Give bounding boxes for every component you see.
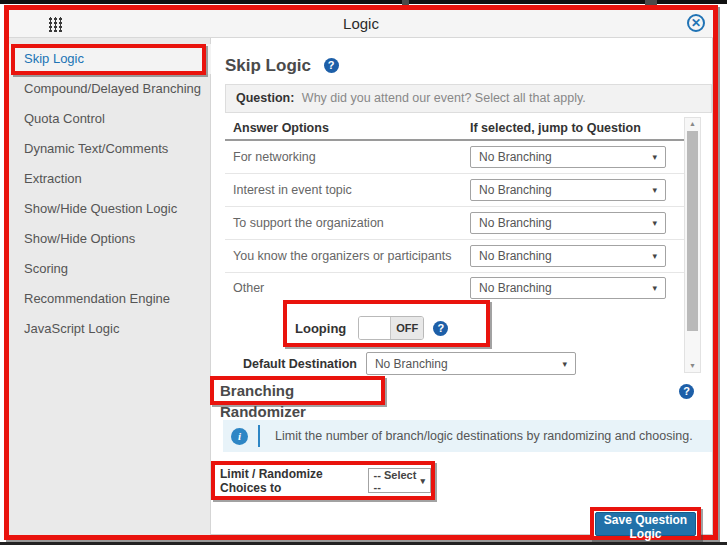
table-row: Interest in event topic No Branching ▾ [225,174,684,207]
sidebar-item-recommendation-engine[interactable]: Recommendation Engine [9,284,211,314]
scroll-up-icon[interactable]: ▲ [685,118,700,130]
scrollbar-thumb[interactable] [687,131,698,331]
dropdown-value: No Branching [479,249,552,263]
answer-option-label: For networking [225,150,470,164]
toggle-knob [359,317,391,339]
column-header-jump-to-question: If selected, jump to Question [470,121,684,135]
question-label: Question: [236,91,294,105]
looping-row: Looping OFF ? [295,313,448,343]
sidebar-list: Skip Logic Compound/Delayed Branching Qu… [9,44,211,344]
table-row: To support the organization No Branching… [225,207,684,240]
question-text: Why did you attend our event? Select all… [302,91,586,105]
chevron-down-icon: ▾ [652,251,657,261]
sidebar-item-show-hide-options[interactable]: Show/Hide Options [9,224,211,254]
table-header-row: Answer Options If selected, jump to Ques… [225,117,684,141]
help-icon[interactable]: ? [433,321,448,336]
background-page-strip [0,0,727,4]
dropdown-value: No Branching [479,150,552,164]
jump-to-question-dropdown[interactable]: No Branching ▾ [470,146,666,168]
table-row: You know the organizers or participants … [225,240,684,273]
info-bar: i Limit the number of branch/logic desti… [223,420,712,452]
annotation-box-save: Save Question Logic [590,507,701,540]
chevron-down-icon: ▾ [652,218,657,228]
chevron-down-icon: ▾ [652,152,657,162]
chevron-down-icon: ▾ [562,359,567,369]
answer-option-label: To support the organization [225,216,470,230]
section-title: Skip Logic ? [225,56,339,76]
sidebar-item-show-hide-question-logic[interactable]: Show/Hide Question Logic [9,194,211,224]
sidebar-item-quota-control[interactable]: Quota Control [9,104,211,134]
select-value: -- Select -- [374,469,421,493]
sidebar-item-dynamic-text-comments[interactable]: Dynamic Text/Comments [9,134,211,164]
chevron-down-icon: ▾ [652,185,657,195]
vertical-scrollbar[interactable]: ▲ ▼ [684,117,701,373]
info-text: Limit the number of branch/logic destina… [275,429,693,443]
logic-sidebar: Skip Logic Compound/Delayed Branching Qu… [9,38,211,535]
branching-table: Answer Options If selected, jump to Ques… [225,117,684,303]
default-destination-label: Default Destination [243,357,357,371]
sidebar-item-skip-logic[interactable]: Skip Logic [9,44,211,74]
looping-label: Looping [295,321,346,336]
sidebar-item-extraction[interactable]: Extraction [9,164,211,194]
dialog-title: Logic [9,10,713,38]
dropdown-value: No Branching [479,183,552,197]
dropdown-value: No Branching [479,281,552,295]
jump-to-question-dropdown[interactable]: No Branching ▾ [470,277,666,299]
chevron-down-icon: ▾ [420,476,425,486]
default-destination-row: Default Destination No Branching ▾ [243,352,576,375]
dialog-header: Logic ✕ [9,10,713,38]
default-destination-dropdown[interactable]: No Branching ▾ [366,352,576,375]
info-divider [258,425,260,447]
section-title-text: Skip Logic [225,56,311,75]
sidebar-item-scoring[interactable]: Scoring [9,254,211,284]
sidebar-item-compound-delayed-branching[interactable]: Compound/Delayed Branching [9,74,211,104]
table-row: For networking No Branching ▾ [225,141,684,174]
table-row: Other No Branching ▾ [225,273,684,303]
save-question-logic-button[interactable]: Save Question Logic [595,512,696,536]
close-icon[interactable]: ✕ [687,14,705,32]
limit-randomize-label: Limit / Randomize Choices to [220,467,364,495]
dropdown-value: No Branching [375,357,448,371]
logic-dialog-body: Logic ✕ Skip Logic Compound/Delayed Bran… [9,10,713,535]
logic-dialog: Logic ✕ Skip Logic Compound/Delayed Bran… [4,5,718,540]
branching-randomizer-title: Branching Randomizer [210,376,385,405]
help-icon[interactable]: ? [324,58,339,73]
jump-to-question-dropdown[interactable]: No Branching ▾ [470,179,666,201]
sidebar-item-javascript-logic[interactable]: JavaScript Logic [9,314,211,344]
answer-option-label: You know the organizers or participants [225,249,470,263]
answer-option-label: Interest in event topic [225,183,470,197]
help-icon[interactable]: ? [679,384,694,399]
jump-to-question-dropdown[interactable]: No Branching ▾ [470,245,666,267]
jump-to-question-dropdown[interactable]: No Branching ▾ [470,212,666,234]
dropdown-value: No Branching [479,216,552,230]
question-summary-bar: Question: Why did you attend our event? … [225,84,712,113]
scroll-down-icon[interactable]: ▼ [685,360,700,372]
limit-randomize-select[interactable]: -- Select -- ▾ [368,468,431,493]
column-header-answer-options: Answer Options [225,121,470,135]
limit-randomize-row: Limit / Randomize Choices to -- Select -… [211,461,435,500]
looping-toggle[interactable]: OFF [358,316,424,340]
toggle-state-label: OFF [391,317,423,339]
info-icon: i [231,428,248,445]
drag-handle-icon[interactable] [48,17,63,32]
answer-option-label: Other [225,281,470,295]
chevron-down-icon: ▾ [652,283,657,293]
